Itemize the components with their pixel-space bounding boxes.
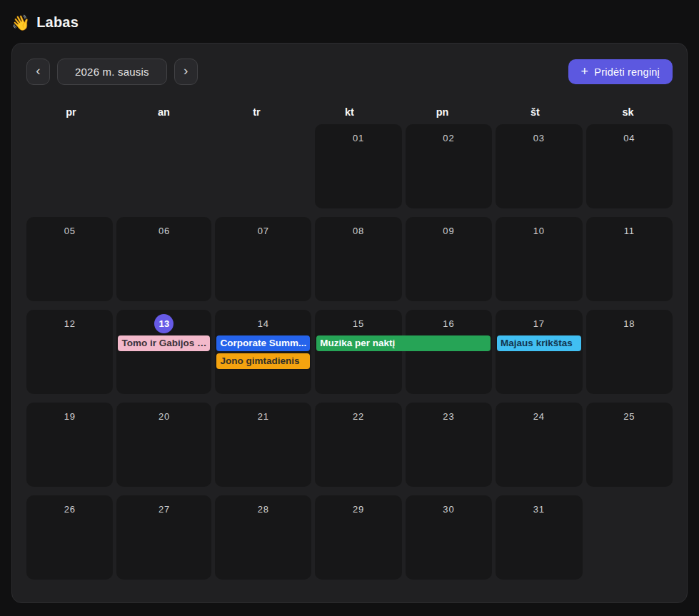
empty-slot (116, 124, 211, 208)
today-badge: 13 (154, 314, 174, 333)
day-number-holder: 19 (28, 407, 111, 426)
day-cell-21[interactable]: 21 (215, 403, 311, 487)
day-number: 01 (353, 133, 364, 143)
day-cell-18[interactable]: 18 (586, 310, 673, 394)
weekday-label-sk: sk (583, 105, 673, 119)
day-cell-04[interactable]: 04 (586, 124, 673, 208)
day-number: 22 (353, 411, 364, 422)
day-cell-23[interactable]: 23 (406, 403, 492, 487)
day-number-holder: 08 (316, 221, 400, 241)
weekday-label-an: an (119, 105, 208, 119)
day-cell-27[interactable]: 27 (116, 495, 211, 580)
empty-slot (586, 495, 673, 580)
day-cell-12[interactable]: 12 (26, 310, 113, 394)
day-number-holder: 22 (316, 407, 400, 426)
day-cell-01[interactable]: 01 (315, 124, 401, 208)
day-cell-31[interactable]: 31 (496, 495, 582, 580)
weekday-label-pr: pr (26, 105, 116, 119)
app-root: 👋 Labas ‹ 2026 m. sausis › + Pridėti ren… (0, 0, 699, 616)
day-cell-20[interactable]: 20 (116, 403, 211, 487)
weekday-label-št: št (491, 105, 580, 119)
add-event-button[interactable]: + Pridėti renginį (568, 59, 673, 84)
day-cell-05[interactable]: 05 (26, 217, 113, 301)
day-number-holder: 06 (118, 221, 210, 241)
day-number-holder: 28 (216, 500, 310, 519)
wave-emoji-icon: 👋 (11, 15, 30, 30)
day-cell-10[interactable]: 10 (496, 217, 582, 301)
day-cell-30[interactable]: 30 (406, 495, 492, 580)
day-cell-08[interactable]: 08 (315, 217, 401, 301)
day-cell-26[interactable]: 26 (26, 495, 113, 580)
day-cell-15[interactable]: 15Muzika per naktį (315, 310, 401, 394)
events-container: Corporate Summ...Jono gimtadienis (216, 335, 310, 369)
day-number: 24 (533, 411, 545, 422)
day-number-holder: 07 (216, 221, 310, 241)
month-grid: 01020304050607080910111213Tomo ir Gabijo… (26, 124, 673, 580)
events-container: Majaus krikštas (497, 335, 580, 351)
day-number: 29 (353, 504, 364, 515)
page-title: Labas (36, 14, 79, 31)
day-cell-14[interactable]: 14Corporate Summ...Jono gimtadienis (215, 310, 311, 394)
day-number: 28 (258, 504, 269, 515)
event-bar[interactable]: Tomo ir Gabijos … (118, 335, 210, 351)
day-cell-16[interactable]: 16 (406, 310, 492, 394)
day-number-holder: 14 (216, 314, 310, 333)
day-number-holder: 09 (407, 221, 491, 241)
day-number-holder: 12 (28, 314, 111, 333)
event-bar[interactable]: Corporate Summ... (216, 335, 310, 351)
next-month-button[interactable]: › (174, 59, 198, 85)
day-cell-13[interactable]: 13Tomo ir Gabijos … (116, 310, 211, 394)
day-number: 05 (64, 226, 76, 236)
day-cell-28[interactable]: 28 (215, 495, 311, 580)
day-number-holder: 13 (118, 314, 210, 333)
month-label-button[interactable]: 2026 m. sausis (57, 59, 167, 85)
day-number-holder: 30 (407, 500, 491, 519)
calendar-card: ‹ 2026 m. sausis › + Pridėti renginį pra… (11, 43, 688, 603)
day-number: 25 (623, 411, 635, 422)
event-bar[interactable]: Muzika per naktį (316, 335, 491, 351)
events-container: Tomo ir Gabijos … (118, 335, 210, 351)
day-number: 16 (443, 318, 454, 329)
day-number: 02 (443, 133, 454, 143)
day-number-holder: 18 (588, 314, 671, 333)
empty-slot (26, 124, 113, 208)
day-number-holder: 29 (316, 500, 400, 519)
day-number-holder: 17 (497, 314, 580, 333)
day-number: 14 (258, 318, 269, 329)
chevron-right-icon: › (183, 63, 188, 79)
day-cell-06[interactable]: 06 (116, 217, 211, 301)
day-cell-09[interactable]: 09 (406, 217, 492, 301)
day-number-holder: 15 (316, 314, 400, 333)
day-cell-29[interactable]: 29 (315, 495, 401, 580)
empty-slot (215, 124, 311, 208)
event-bar[interactable]: Majaus krikštas (497, 335, 580, 351)
event-bar[interactable]: Jono gimtadienis (216, 353, 310, 369)
day-cell-07[interactable]: 07 (215, 217, 311, 301)
day-cell-02[interactable]: 02 (406, 124, 492, 208)
chevron-left-icon: ‹ (36, 63, 40, 79)
day-number-holder: 24 (497, 407, 580, 426)
day-number: 18 (623, 318, 635, 329)
day-number: 30 (443, 504, 454, 515)
day-number: 23 (443, 411, 454, 422)
day-cell-11[interactable]: 11 (586, 217, 673, 301)
day-number: 12 (64, 318, 76, 329)
day-number: 17 (533, 318, 545, 329)
day-number: 31 (533, 504, 545, 515)
day-number: 07 (258, 226, 269, 236)
events-container: Muzika per naktį (316, 335, 400, 351)
day-cell-17[interactable]: 17Majaus krikštas (496, 310, 582, 394)
weekday-label-pn: pn (398, 105, 487, 119)
day-cell-03[interactable]: 03 (496, 124, 582, 208)
day-number-holder: 27 (118, 500, 210, 519)
day-cell-19[interactable]: 19 (26, 403, 113, 487)
day-number-holder: 26 (28, 500, 111, 519)
day-number: 06 (159, 226, 170, 236)
day-cell-24[interactable]: 24 (496, 403, 582, 487)
day-number-holder: 05 (28, 221, 111, 241)
day-cell-25[interactable]: 25 (586, 403, 673, 487)
day-cell-22[interactable]: 22 (315, 403, 401, 487)
prev-month-button[interactable]: ‹ (26, 59, 50, 85)
day-number: 21 (258, 411, 269, 422)
day-number-holder: 03 (497, 128, 580, 148)
